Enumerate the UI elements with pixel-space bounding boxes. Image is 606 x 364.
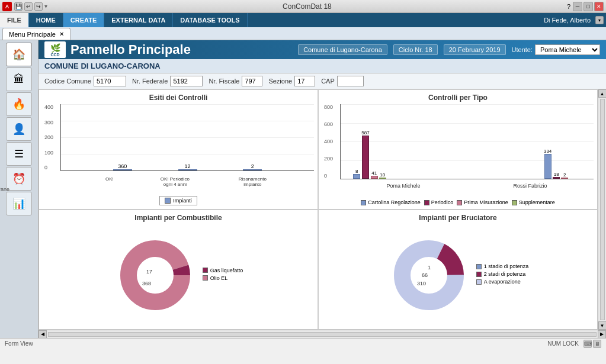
- user-menu-btn[interactable]: ▾: [595, 16, 604, 24]
- legend-gas-box: [203, 268, 208, 273]
- tab-menu-principale[interactable]: Menu Principale ✕: [2, 28, 70, 40]
- combustibile-donut-area: 17 368 Gas liquefatto Olio EL: [43, 224, 314, 326]
- fields-row: Codice Comune Nr. Federale Nr. Fiscale S…: [39, 73, 606, 89]
- main-area: Navigation Pane 🏠 🏛 🔥 👤 ☰ ⏰ 📊 🌿 CCD Pann…: [0, 40, 606, 338]
- keyboard-icon: ⌨: [583, 340, 592, 348]
- group-rossi: 334 18 2: [544, 149, 568, 179]
- nr-fiscale-input[interactable]: [242, 76, 262, 86]
- nav-icon-person[interactable]: 👤: [6, 117, 32, 141]
- nav-icon-clock[interactable]: ⏰: [6, 167, 32, 191]
- esiti-legend-label: Impianti: [173, 198, 192, 204]
- combustibile-label-17: 17: [146, 269, 152, 275]
- legend-olio-box: [203, 275, 208, 281]
- ribbon-tab-database[interactable]: DATABASE TOOLS: [173, 13, 247, 27]
- date-badge: 20 February 2019: [444, 44, 506, 55]
- cap-input[interactable]: [337, 76, 364, 86]
- quick-undo-icon[interactable]: ↩: [24, 2, 33, 11]
- group-poma: 8 587 41: [353, 130, 386, 179]
- header-right: Comune di Lugano-Carona Ciclo Nr. 18 20 …: [298, 44, 600, 55]
- bar-periodico: 12: [178, 163, 197, 170]
- quick-save-icon[interactable]: 💾: [14, 2, 23, 11]
- controlli-x-labels: Poma Michele Rossi Fabrizio: [340, 183, 594, 189]
- title-bar-right: ? ─ □ ✕: [567, 2, 604, 11]
- bar-ok: 360: [113, 163, 132, 170]
- controlli-chart-title: Controlli per Tipo: [428, 94, 488, 102]
- nav-pane-label: Navigation Pane: [0, 186, 9, 192]
- header-left: 🌿 CCD Pannello Principale: [44, 41, 191, 58]
- nav-icon-building[interactable]: 🏛: [6, 67, 32, 91]
- combustibile-chart-title: Impianti per Combustibile: [134, 214, 222, 222]
- cap-label: CAP: [321, 78, 335, 85]
- num-lock-label: NUM LOCK: [547, 340, 579, 347]
- ribbon-tab-create[interactable]: CREATE: [63, 13, 104, 27]
- scroll-left-btn[interactable]: ◀: [39, 330, 47, 339]
- ribbon: FILE HOME CREATE EXTERNAL DATA DATABASE …: [0, 13, 606, 27]
- utente-label: Utente:: [512, 46, 533, 53]
- header-strip: 🌿 CCD Pannello Principale Comune di Luga…: [39, 40, 606, 59]
- nr-federale-group: Nr. Federale: [132, 76, 203, 86]
- charts-area: Esiti dei Controlli 0 100 200 300 400: [39, 89, 598, 330]
- scroll-track-h[interactable]: [48, 332, 597, 337]
- scroll-up-btn[interactable]: ▲: [598, 89, 607, 98]
- status-right: NUM LOCK ⌨ 🖥: [547, 340, 601, 348]
- status-left: Form View: [5, 340, 33, 347]
- scroll-right-btn[interactable]: ▶: [598, 330, 606, 339]
- nav-icon-chart[interactable]: 📊: [6, 192, 32, 215]
- codice-input[interactable]: [94, 76, 126, 86]
- legend-olio-label: Olio EL: [210, 275, 228, 281]
- content-panel: 🌿 CCD Pannello Principale Comune di Luga…: [39, 40, 606, 338]
- content-with-scroll: Esiti dei Controlli 0 100 200 300 400: [39, 89, 606, 330]
- legend-gas-label: Gas liquefatto: [210, 268, 243, 273]
- legend-2stadi-box: [476, 272, 482, 277]
- minimize-button[interactable]: ─: [573, 2, 582, 11]
- sezione-group: Sezione: [268, 76, 315, 86]
- nav-icon-fire[interactable]: 🔥: [6, 92, 32, 116]
- help-btn[interactable]: ?: [567, 3, 570, 10]
- ccd-logo: 🌿 CCD: [44, 41, 66, 58]
- ccd-text: CCD: [50, 53, 59, 57]
- bruciatore-label-66: 66: [422, 272, 428, 278]
- esiti-legend: Impianti: [159, 196, 197, 205]
- nav-icon-list[interactable]: ☰: [6, 142, 32, 166]
- bar-ok-rect: [113, 169, 132, 170]
- quick-redo-icon[interactable]: ↪: [34, 2, 43, 11]
- municipality-name: COMUNE DI LUGANO-CARONA: [39, 59, 606, 73]
- combustibile-donut-svg: 17 368: [114, 237, 197, 314]
- esiti-chart-panel: Esiti dei Controlli 0 100 200 300 400: [39, 89, 318, 210]
- title-bar: A 💾 ↩ ↪ ▾ ConComDat 18 ? ─ □ ✕: [0, 0, 606, 13]
- user-select[interactable]: Poma Michele: [535, 44, 600, 55]
- bar-risanamento: 2: [243, 163, 262, 170]
- nav-icon-home[interactable]: 🏠: [6, 43, 32, 66]
- scroll-track-right[interactable]: [600, 99, 605, 320]
- esiti-chart-title: Esiti dei Controlli: [149, 94, 208, 102]
- status-icons: ⌨ 🖥: [583, 340, 601, 348]
- tab-close-icon[interactable]: ✕: [59, 31, 64, 37]
- bar-risanamento-value: 2: [251, 163, 254, 169]
- cap-group: CAP: [321, 76, 364, 86]
- bar-ok-value: 360: [118, 163, 127, 169]
- logged-user: Di Fede, Alberto: [544, 17, 595, 24]
- bruciatore-label-1: 1: [428, 265, 431, 270]
- monitor-icon: 🖥: [593, 340, 601, 348]
- close-button[interactable]: ✕: [594, 2, 604, 11]
- nr-fiscale-group: Nr. Fiscale: [209, 76, 262, 86]
- esiti-bars: 360 12 2: [61, 104, 314, 170]
- ribbon-tab-external[interactable]: EXTERNAL DATA: [104, 13, 173, 27]
- controlli-y-axis: 0 200 400 600 800: [324, 104, 333, 179]
- scroll-down-btn[interactable]: ▼: [598, 321, 607, 330]
- ribbon-tab-home[interactable]: HOME: [29, 13, 63, 27]
- window-controls: ─ □ ✕: [573, 2, 604, 11]
- horizontal-scrollbar: ◀ ▶: [39, 330, 606, 338]
- comune-badge: Comune di Lugano-Carona: [298, 44, 387, 55]
- codice-label: Codice Comune: [44, 78, 91, 85]
- status-bar: Form View NUM LOCK ⌨ 🖥: [0, 338, 606, 349]
- combustibile-chart-panel: Impianti per Combustibile 17 368: [39, 210, 318, 330]
- bruciatore-chart-title: Impianti per Bruciatore: [419, 214, 496, 222]
- sezione-input[interactable]: [294, 76, 315, 86]
- ribbon-tab-file[interactable]: FILE: [0, 13, 29, 27]
- bruciatore-donut-svg: 1 66 310: [387, 237, 470, 314]
- bruciatore-donut-area: 1 66 310 1 stadio di potenza 2 stad: [322, 224, 594, 326]
- right-scrollbar: ▲ ▼: [598, 89, 606, 330]
- maximize-button[interactable]: □: [583, 2, 593, 11]
- nr-federale-input[interactable]: [170, 76, 203, 86]
